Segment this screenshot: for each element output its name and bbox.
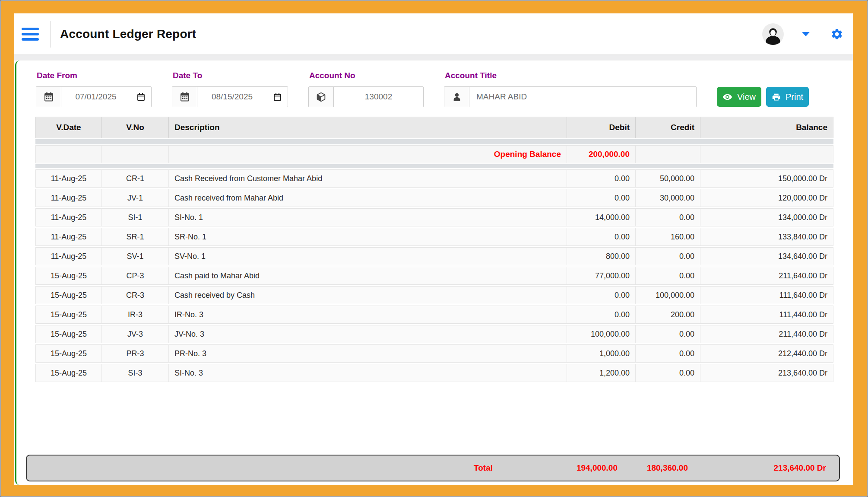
action-buttons: View Print	[717, 87, 809, 107]
date-to-label: Date To	[173, 71, 288, 80]
content-area: Account Ledger Report	[14, 13, 853, 485]
table-row: 15-Aug-25 IR-3 IR-No. 3 0.00 200.00 111,…	[35, 306, 833, 324]
cell-vdate	[36, 146, 102, 163]
header-gap	[14, 55, 853, 61]
table-separator	[35, 139, 833, 144]
header-divider	[50, 21, 51, 48]
date-picker-indicator-icon[interactable]	[130, 87, 151, 107]
total-balance: 213,640.00 Dr	[694, 463, 833, 473]
cell-description: Cash received from Mahar Abid	[169, 189, 567, 207]
page-title: Account Ledger Report	[60, 27, 196, 41]
cell-balance: 111,440.00 Dr	[700, 306, 833, 323]
cell-description: SI-No. 3	[169, 364, 567, 382]
column-header-vdate: V.Date	[36, 117, 102, 138]
filter-bar: Date From	[16, 61, 853, 107]
cell-vdate: 11-Aug-25	[36, 228, 102, 245]
cell-description: Cash received by Cash	[169, 287, 567, 304]
cell-vdate: 11-Aug-25	[36, 170, 102, 187]
cell-credit: 50,000.00	[636, 170, 700, 187]
table-row: 11-Aug-25 JV-1 Cash received from Mahar …	[35, 189, 833, 207]
cell-vdate: 11-Aug-25	[36, 209, 102, 226]
cell-debit: 0.00	[567, 170, 636, 187]
cell-vdate: 15-Aug-25	[36, 364, 102, 382]
column-header-debit: Debit	[567, 117, 636, 138]
menu-button[interactable]	[22, 26, 40, 42]
cell-credit: 0.00	[636, 209, 700, 226]
cell-credit: 100,000.00	[636, 287, 700, 304]
table-header-row: V.Date V.No Description Debit Credit Bal…	[35, 117, 833, 138]
cell-debit: 0.00	[567, 306, 636, 323]
table-row: 11-Aug-25 CR-1 Cash Received from Custom…	[35, 169, 833, 188]
cell-debit: 1,000.00	[567, 345, 636, 362]
account-title-label: Account Title	[445, 71, 697, 80]
cube-icon	[309, 87, 334, 107]
cell-description: PR-No. 3	[169, 345, 567, 362]
cell-vdate: 11-Aug-25	[36, 248, 102, 265]
account-no-input[interactable]	[334, 87, 423, 107]
cell-credit: 0.00	[636, 345, 700, 362]
cell-vno: SI-1	[102, 209, 169, 226]
cell-description: IR-No. 3	[169, 306, 567, 323]
cell-credit: 200.00	[636, 306, 700, 323]
cell-credit: 30,000.00	[636, 189, 700, 207]
chevron-down-icon[interactable]	[802, 32, 810, 36]
column-header-description: Description	[169, 117, 567, 138]
filter-account-no: Account No	[308, 71, 424, 107]
cell-vno: CR-3	[102, 287, 169, 304]
cell-vno: CR-1	[102, 170, 169, 187]
settings-button[interactable]	[830, 28, 843, 41]
filter-date-to: Date To	[172, 71, 288, 107]
cell-balance: 120,000.00 Dr	[700, 189, 833, 207]
date-picker-indicator-icon[interactable]	[267, 87, 288, 107]
cell-credit: 0.00	[636, 248, 700, 265]
table-row: 15-Aug-25 SI-3 SI-No. 3 1,200.00 0.00 21…	[35, 364, 833, 382]
cell-vno: PR-3	[102, 345, 169, 362]
table-row: 11-Aug-25 SI-1 SI-No. 1 14,000.00 0.00 1…	[35, 208, 833, 226]
table-row: 15-Aug-25 CR-3 Cash received by Cash 0.0…	[35, 286, 833, 304]
view-button[interactable]: View	[717, 87, 761, 107]
cell-balance: 133,840.00 Dr	[700, 228, 833, 245]
account-no-label: Account No	[309, 71, 424, 80]
cell-vno: SV-1	[102, 248, 169, 265]
cell-vdate: 11-Aug-25	[36, 189, 102, 207]
printer-icon	[772, 92, 781, 102]
filter-account-title: Account Title	[444, 71, 697, 107]
hamburger-icon	[22, 28, 39, 30]
cell-vdate: 15-Aug-25	[36, 267, 102, 284]
table-separator	[35, 164, 833, 168]
cell-vdate: 15-Aug-25	[36, 306, 102, 323]
view-button-label: View	[737, 92, 756, 102]
cell-balance: 134,000.00 Dr	[700, 209, 833, 226]
total-label: Total	[36, 463, 549, 473]
cell-description: Cash Received from Customer Mahar Abid	[169, 170, 567, 187]
table-body: 11-Aug-25 CR-1 Cash Received from Custom…	[35, 169, 833, 382]
account-title-input[interactable]	[469, 87, 696, 107]
cell-debit: 0.00	[567, 287, 636, 304]
date-to-input[interactable]	[197, 87, 267, 107]
account-no-group	[308, 86, 424, 107]
top-bar: Account Ledger Report	[14, 13, 853, 55]
ledger-table: V.Date V.No Description Debit Credit Bal…	[35, 117, 833, 382]
cell-vdate: 15-Aug-25	[36, 345, 102, 362]
cell-credit: 0.00	[636, 267, 700, 284]
print-button[interactable]: Print	[766, 87, 809, 107]
date-from-input[interactable]	[61, 87, 130, 107]
table-row: 15-Aug-25 JV-3 JV-No. 3 100,000.00 0.00 …	[35, 325, 833, 343]
cell-description: Cash paid to Mahar Abid	[169, 267, 567, 284]
filter-date-from: Date From	[36, 71, 152, 107]
cell-vno: JV-3	[102, 325, 169, 343]
total-bar: Total 194,000.00 180,360.00 213,640.00 D…	[26, 455, 840, 481]
cell-debit: 100,000.00	[567, 325, 636, 343]
date-from-label: Date From	[37, 71, 152, 80]
date-from-group	[36, 86, 152, 107]
eye-icon	[722, 92, 732, 102]
person-icon	[444, 87, 469, 107]
cell-vdate: 15-Aug-25	[36, 287, 102, 304]
cell-vno: IR-3	[102, 306, 169, 323]
hamburger-icon	[22, 38, 39, 41]
cell-vno: SI-3	[102, 364, 169, 382]
cell-debit: 0.00	[567, 189, 636, 207]
cell-vno: CP-3	[102, 267, 169, 284]
user-avatar[interactable]	[762, 23, 784, 45]
column-header-vno: V.No	[102, 117, 169, 138]
